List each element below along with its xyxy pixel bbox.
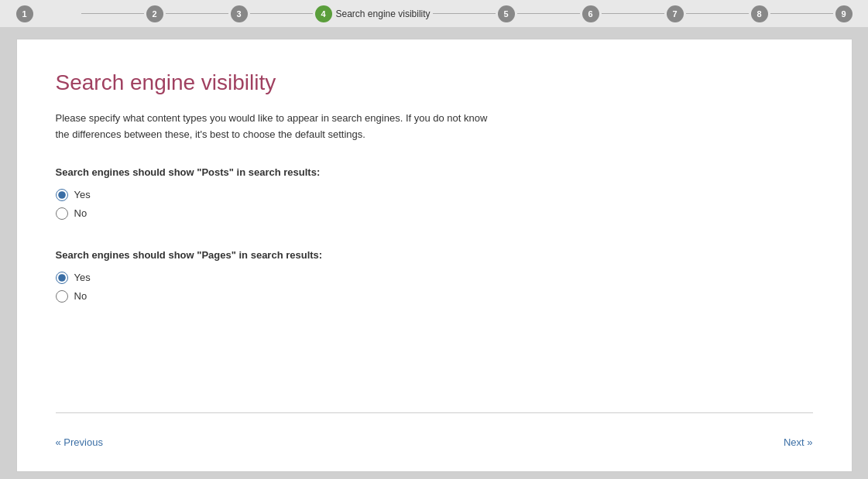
next-link[interactable]: Next » — [784, 436, 813, 448]
posts-yes-label: Yes — [74, 189, 91, 200]
step-line-4 — [433, 13, 496, 14]
page-title: Search engine visibility — [56, 70, 813, 95]
pages-section: Search engines should show "Pages" in se… — [56, 249, 813, 324]
step-5: 5 — [498, 5, 515, 22]
step-line-8 — [770, 13, 833, 14]
posts-question-label: Search engines should show "Posts" in se… — [56, 166, 813, 178]
step-line-7 — [686, 13, 749, 14]
posts-yes-option[interactable]: Yes — [56, 189, 813, 201]
step-circle-5: 5 — [498, 5, 515, 22]
main-content: Search engine visibility Please specify … — [0, 27, 868, 479]
pages-yes-option[interactable]: Yes — [56, 272, 813, 284]
step-1: 1 — [16, 5, 79, 22]
step-3: 3 — [231, 5, 248, 22]
step-circle-2: 2 — [146, 5, 163, 22]
pages-yes-radio[interactable] — [56, 272, 68, 284]
posts-yes-radio[interactable] — [56, 189, 68, 201]
step-line-5 — [517, 13, 580, 14]
footer-divider — [56, 412, 813, 413]
pages-no-label: No — [74, 290, 87, 302]
page-description: Please specify what content types you wo… — [56, 111, 489, 143]
step-circle-9: 9 — [835, 5, 853, 22]
pages-no-radio[interactable] — [56, 290, 68, 303]
posts-no-option[interactable]: No — [56, 207, 813, 220]
step-8: 8 — [751, 5, 768, 22]
pages-radio-group: Yes No — [56, 272, 813, 303]
step-4: 4 Search engine visibility — [315, 5, 431, 22]
previous-link[interactable]: « Previous — [56, 436, 103, 448]
progress-bar: 1 2 3 4 Search engine visibility 5 6 7 8 — [0, 0, 868, 27]
pages-question-label: Search engines should show "Pages" in se… — [56, 249, 813, 261]
step-circle-6: 6 — [582, 5, 599, 22]
active-step-label: Search engine visibility — [336, 9, 431, 19]
pages-no-option[interactable]: No — [56, 290, 813, 303]
step-circle-1: 1 — [16, 5, 33, 22]
step-line-3 — [250, 13, 313, 14]
posts-no-radio[interactable] — [56, 207, 68, 220]
step-line-1 — [81, 13, 144, 14]
step-2: 2 — [146, 5, 163, 22]
posts-no-label: No — [74, 207, 87, 219]
step-line-6 — [602, 13, 664, 14]
progress-steps: 1 2 3 4 Search engine visibility 5 6 7 8 — [16, 5, 853, 22]
footer-nav: « Previous Next » — [56, 436, 813, 448]
step-line-2 — [166, 13, 228, 14]
content-card: Search engine visibility Please specify … — [16, 39, 853, 472]
step-circle-8: 8 — [751, 5, 768, 22]
pages-yes-label: Yes — [74, 272, 91, 283]
step-circle-4: 4 — [315, 5, 332, 22]
step-6: 6 — [582, 5, 599, 22]
step-circle-7: 7 — [667, 5, 684, 22]
step-7: 7 — [667, 5, 684, 22]
posts-radio-group: Yes No — [56, 189, 813, 220]
step-9: 9 — [835, 5, 853, 22]
step-circle-3: 3 — [231, 5, 248, 22]
posts-section: Search engines should show "Posts" in se… — [56, 166, 813, 241]
